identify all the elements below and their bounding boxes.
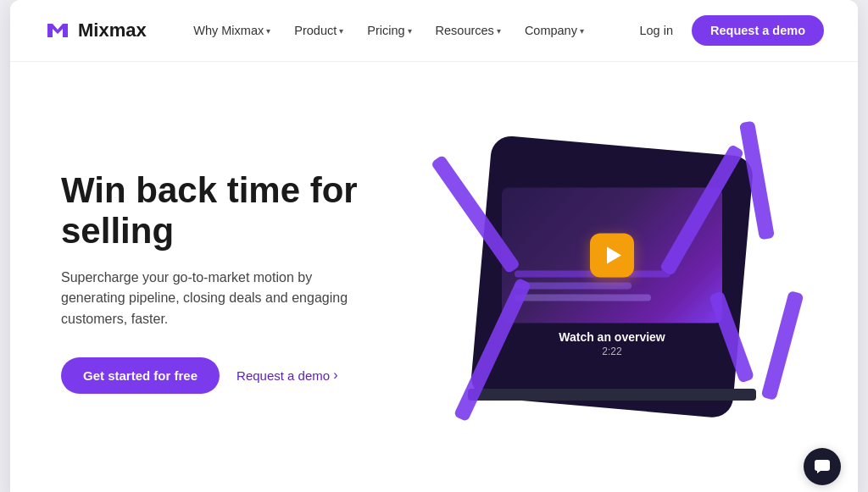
chevron-down-icon: ▾ bbox=[497, 26, 501, 36]
arrow-icon: › bbox=[333, 368, 337, 383]
video-duration: 2:22 bbox=[559, 346, 665, 357]
video-caption-title: Watch an overview bbox=[559, 330, 665, 344]
nav-item-product[interactable]: Product ▾ bbox=[284, 19, 353, 42]
request-demo-button[interactable]: Request a demo bbox=[692, 15, 824, 46]
chevron-down-icon: ▾ bbox=[339, 26, 343, 36]
hero-right: Watch an overview 2:22 bbox=[417, 113, 807, 451]
video-caption: Watch an overview 2:22 bbox=[559, 330, 665, 357]
svg-rect-1 bbox=[815, 460, 830, 471]
laptop-base bbox=[468, 389, 756, 401]
main-content: Win back time for selling Supercharge yo… bbox=[10, 62, 858, 492]
cta-row: Get started for free Request a demo › bbox=[61, 357, 417, 394]
chevron-down-icon: ▾ bbox=[580, 26, 584, 36]
nav-item-company[interactable]: Company ▾ bbox=[515, 19, 594, 42]
browser-frame: Mixmax Why Mixmax ▾ Product ▾ Pricing ▾ … bbox=[10, 0, 858, 492]
chevron-down-icon: ▾ bbox=[408, 26, 412, 36]
chat-button[interactable] bbox=[804, 448, 841, 485]
mixmax-logo-icon bbox=[44, 17, 71, 44]
screen-bar-3 bbox=[515, 295, 651, 301]
hero-left: Win back time for selling Supercharge yo… bbox=[61, 170, 417, 394]
nav-item-resources[interactable]: Resources ▾ bbox=[426, 19, 511, 42]
get-started-button[interactable]: Get started for free bbox=[61, 357, 220, 394]
play-icon bbox=[607, 247, 621, 264]
play-button-container bbox=[590, 234, 634, 278]
nav-item-why-mixmax[interactable]: Why Mixmax ▾ bbox=[183, 19, 281, 42]
chat-icon bbox=[814, 459, 831, 474]
header: Mixmax Why Mixmax ▾ Product ▾ Pricing ▾ … bbox=[10, 0, 858, 62]
logo-area[interactable]: Mixmax bbox=[44, 17, 147, 44]
request-demo-secondary-button[interactable]: Request a demo › bbox=[236, 368, 337, 383]
monitor-screen bbox=[502, 188, 722, 323]
main-nav: Why Mixmax ▾ Product ▾ Pricing ▾ Resourc… bbox=[183, 19, 594, 42]
decoration-ribbon-4 bbox=[760, 290, 804, 401]
screen-bar-2 bbox=[515, 283, 632, 290]
login-button[interactable]: Log in bbox=[631, 19, 682, 42]
chevron-down-icon: ▾ bbox=[266, 26, 270, 36]
logo-text: Mixmax bbox=[78, 19, 147, 41]
hero-title: Win back time for selling bbox=[61, 170, 417, 252]
nav-item-pricing[interactable]: Pricing ▾ bbox=[357, 19, 421, 42]
hero-subtitle: Supercharge your go-to-market motion by … bbox=[61, 268, 375, 330]
nav-actions: Log in Request a demo bbox=[631, 15, 824, 46]
play-button[interactable] bbox=[590, 234, 634, 278]
